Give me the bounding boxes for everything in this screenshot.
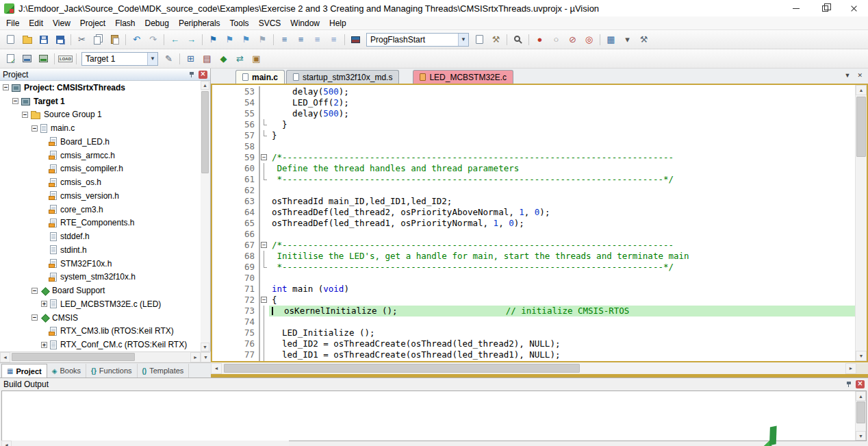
translate-button[interactable] [3,51,18,66]
line-number[interactable]: 60 [212,163,260,174]
code-line-text[interactable]: } [269,119,855,130]
code-line-75[interactable]: 75 LED_Initialize (); [212,327,855,338]
tree-item[interactable]: −Source Group 1 [0,108,201,122]
tree-item[interactable]: stdint.h [0,243,201,257]
code-line-76[interactable]: 76 led_ID2 = osThreadCreate(osThread(led… [212,338,855,349]
uncomment-selection-button[interactable]: ≡ [326,32,342,47]
maximize-button[interactable] [810,0,839,16]
tree-item[interactable]: −CMSIS [0,311,201,325]
editor-vertical-scrollbar[interactable]: ▲ ▼ [855,85,867,361]
code-line-72[interactable]: 72{ [212,295,855,306]
code-line-77[interactable]: 77 led_ID1 = osThreadCreate(osThread(led… [212,349,855,360]
build-output-horizontal-scrollbar[interactable]: ◄ [1,441,289,446]
line-number[interactable]: 77 [212,349,260,360]
open-file-button[interactable] [19,32,35,47]
document-list-dropdown[interactable]: ▼ [845,72,851,79]
scrollbar-track[interactable] [10,352,190,362]
project-panel-close-button[interactable] [199,71,207,79]
document-tab-led-mcbstm32e-c[interactable]: LED_MCBSTM32E.c [413,70,513,84]
code-line-text[interactable]: delay(500); [269,86,855,97]
scroll-down-icon[interactable]: ▼ [856,351,867,361]
code-line-text[interactable]: { [269,295,855,306]
line-number[interactable]: 58 [212,141,260,152]
tree-item[interactable]: −main.c [0,121,201,135]
code-line-text[interactable]: LED_Initialize (); [269,327,855,338]
line-number[interactable]: 59 [212,152,260,163]
line-number[interactable]: 69 [212,262,260,273]
document-tab-startup-stm32f10x-md-s[interactable]: startup_stm32f10x_md.s [286,70,399,84]
fold-margin[interactable] [260,240,269,251]
expander-icon[interactable]: + [41,342,47,348]
tree-item[interactable]: Board_LED.h [0,135,201,149]
tree-item[interactable]: cmsis_compiler.h [0,162,201,176]
code-line-text[interactable]: } [269,130,855,141]
code-line-text[interactable]: *---------------------------------------… [269,262,855,273]
line-number[interactable]: 70 [212,273,260,284]
build-output-close-button[interactable] [856,380,865,388]
line-number[interactable]: 71 [212,284,260,295]
code-line-text[interactable]: /*--------------------------------------… [269,240,855,251]
expander-icon[interactable]: − [31,314,38,321]
menu-item-tools[interactable]: Tools [225,17,254,29]
build-button[interactable] [19,51,35,66]
scroll-up-icon[interactable]: ▲ [856,85,867,95]
tree-item[interactable]: −Project: CMSISrtxThreads [0,81,201,95]
flash-select-combo[interactable]: ProgFlashStart▼ [366,33,469,47]
scroll-right-icon[interactable]: ► [845,363,856,374]
code-line-text[interactable]: led_ID1 = osThreadCreate(osThread(led_th… [269,349,855,360]
indent-button[interactable]: ≡ [293,32,309,47]
menu-item-help[interactable]: Help [324,17,351,29]
code-line-62[interactable]: 62 [212,185,855,196]
flash-erase-button[interactable]: ⚒ [488,32,504,47]
code-line-text[interactable] [269,141,855,152]
tab-books[interactable]: ◈Books [47,364,86,377]
scroll-left-icon[interactable]: ◄ [1,441,12,446]
build-output-content[interactable]: ▲ ▼ [1,391,867,441]
expander-icon[interactable]: − [22,112,28,118]
expander-icon[interactable]: − [12,98,18,104]
code-line-text[interactable] [269,273,855,284]
scroll-down-icon[interactable]: ▼ [856,431,866,441]
project-tree-horizontal-scrollbar[interactable]: ◄ ► ▼ [0,351,211,362]
scrollbar-thumb[interactable] [201,91,209,173]
panel-position-dropdown[interactable]: ▼ [201,352,211,362]
code-line-text[interactable] [269,229,855,240]
comment-selection-button[interactable]: ≡ [309,32,325,47]
code-line-text[interactable]: osThreadDef(led_thread1, osPriorityNorma… [269,218,855,229]
minimize-button[interactable] [782,0,810,16]
line-number[interactable]: 54 [212,97,260,108]
options-for-target-button[interactable]: ✎ [161,51,177,66]
code-editor[interactable]: 53 delay(500);54 LED_Off(2);55 delay(500… [212,85,855,361]
expander-icon[interactable]: + [41,301,47,307]
tab-project[interactable]: ▦Project [1,364,47,377]
insert-bookmark-button[interactable]: ⚑ [205,32,221,47]
code-line-69[interactable]: 69 *------------------------------------… [212,262,855,273]
menu-item-svcs[interactable]: SVCS [254,17,286,29]
fold-margin[interactable] [260,152,269,163]
software-packs-button[interactable]: ⇄ [232,51,248,66]
code-line-54[interactable]: 54 LED_Off(2); [212,97,855,108]
scroll-right-icon[interactable]: ► [190,352,201,362]
code-line-63[interactable]: 63osThreadId main_ID,led_ID1,led_ID2; [212,196,855,207]
scrollbar-thumb[interactable] [856,97,866,157]
code-line-text[interactable]: Initilise the LED's, get a handle for ma… [269,251,855,262]
line-number[interactable]: 68 [212,251,260,262]
tree-item[interactable]: +RTX_Conf_CM.c (RTOS:Keil RTX) [0,338,201,351]
save-button[interactable] [36,32,51,47]
tree-item[interactable]: RTE_Components.h [0,216,201,230]
line-number[interactable]: 56 [212,119,260,130]
tree-item[interactable]: stddef.h [0,230,201,243]
code-line-text[interactable] [269,360,855,361]
code-line-text[interactable] [269,317,855,327]
tab-templates[interactable]: ()Templates [138,364,190,377]
code-line-65[interactable]: 65osThreadDef(led_thread1, osPriorityNor… [212,218,855,229]
expander-icon[interactable]: − [31,288,38,294]
code-line-55[interactable]: 55 delay(500); [212,108,855,119]
code-line-66[interactable]: 66 [212,229,855,240]
code-line-78[interactable]: 78 [212,360,855,361]
save-all-button[interactable] [52,32,68,47]
menu-item-view[interactable]: View [48,17,75,29]
code-line-text[interactable]: delay(500); [269,108,855,119]
menu-item-file[interactable]: File [1,17,24,29]
next-bookmark-button[interactable]: ⚑ [222,32,238,47]
